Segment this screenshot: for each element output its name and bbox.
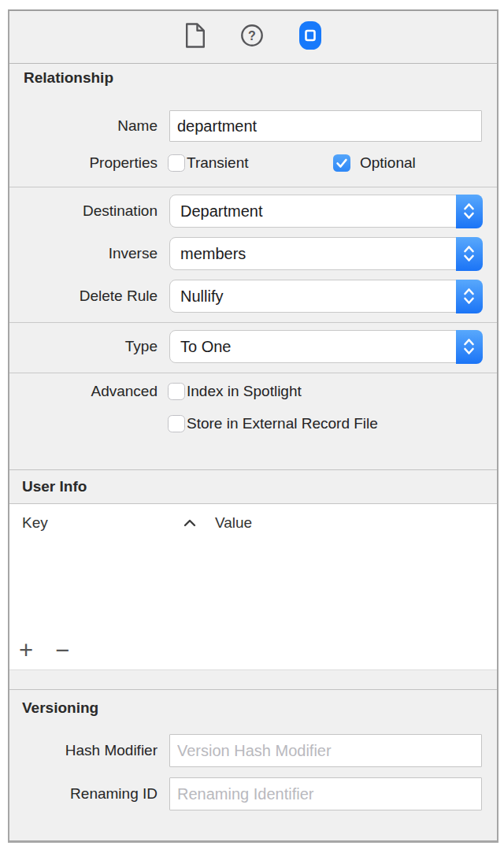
- inverse-value: members: [170, 245, 246, 263]
- delete-rule-dropdown[interactable]: Nullify: [169, 280, 482, 313]
- add-row-button[interactable]: +: [19, 634, 33, 669]
- name-field[interactable]: [169, 110, 482, 142]
- inspector-tab-bar: ?: [9, 11, 497, 64]
- inverse-label: Inverse: [9, 237, 158, 270]
- index-in-spotlight-checkbox[interactable]: [168, 383, 185, 400]
- remove-row-button[interactable]: −: [55, 634, 69, 669]
- user-info-toolbar: + −: [9, 634, 497, 670]
- relationship-section-title: Relationship: [24, 69, 113, 87]
- document-icon: [185, 23, 206, 51]
- advanced-label: Advanced: [9, 383, 158, 400]
- hash-modifier-field[interactable]: [169, 734, 482, 767]
- value-column-header[interactable]: Value: [215, 504, 252, 541]
- renaming-id-label: Renaming ID: [9, 777, 158, 810]
- stepper-chevrons-icon: [456, 280, 483, 313]
- type-value: To One: [170, 338, 231, 356]
- type-dropdown[interactable]: To One: [169, 330, 482, 363]
- destination-label: Destination: [9, 195, 158, 228]
- renaming-id-field[interactable]: [169, 777, 482, 810]
- stepper-chevrons-icon: [456, 330, 483, 364]
- tab-quick-help-inspector[interactable]: ?: [240, 24, 264, 50]
- versioning-title: Versioning: [22, 699, 98, 717]
- delete-rule-label: Delete Rule: [9, 280, 158, 313]
- hash-modifier-label: Hash Modifier: [9, 734, 158, 767]
- transient-checkbox[interactable]: [168, 154, 185, 172]
- optional-label: Optional: [360, 154, 416, 172]
- checkmark-icon: [334, 155, 350, 171]
- data-model-icon: [298, 20, 322, 54]
- tab-file-inspector[interactable]: [185, 23, 206, 51]
- inverse-dropdown[interactable]: members: [169, 237, 482, 270]
- divider: [9, 322, 497, 323]
- divider: [9, 187, 497, 187]
- optional-checkbox[interactable]: [333, 154, 350, 172]
- external-record-checkbox[interactable]: [168, 415, 185, 432]
- delete-rule-value: Nullify: [170, 287, 223, 306]
- question-mark-icon: ?: [240, 24, 264, 50]
- transient-label: Transient: [187, 154, 249, 172]
- stepper-chevrons-icon: [456, 237, 483, 271]
- properties-label: Properties: [9, 154, 158, 172]
- destination-value: Department: [170, 202, 263, 221]
- svg-text:?: ?: [248, 29, 256, 43]
- user-info-title: User Info: [22, 478, 87, 495]
- stepper-chevrons-icon: [456, 195, 483, 228]
- external-record-label: Store in External Record File: [187, 415, 378, 432]
- inspector-panel: ? Relationship Name Properties Transient…: [8, 9, 498, 843]
- user-info-section-header: User Info: [9, 469, 497, 504]
- sort-ascending-icon: [183, 519, 196, 527]
- divider: [9, 373, 497, 373]
- destination-dropdown[interactable]: Department: [169, 195, 482, 228]
- user-info-table-body: [9, 541, 497, 635]
- versioning-section-header: Versioning: [9, 689, 497, 726]
- name-label: Name: [9, 110, 158, 142]
- type-label: Type: [9, 330, 158, 363]
- key-column-header[interactable]: Key: [22, 504, 48, 541]
- index-in-spotlight-label: Index in Spotlight: [187, 383, 302, 400]
- tab-data-model-inspector[interactable]: [298, 20, 322, 54]
- user-info-table-header: Key Value: [9, 504, 497, 542]
